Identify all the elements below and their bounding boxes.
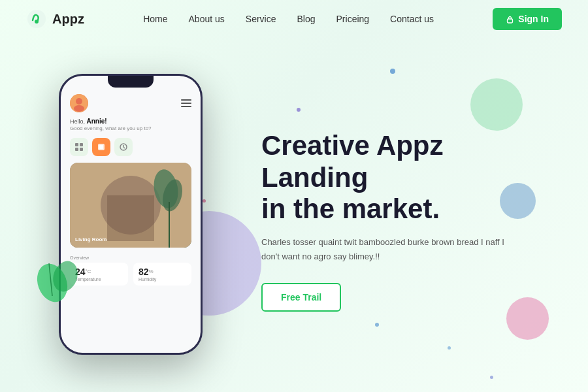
svg-rect-11 xyxy=(75,148,78,151)
phone-screen: Hello, Annie! Good evening, what are you… xyxy=(61,76,201,353)
logo-icon xyxy=(26,8,47,29)
svg-rect-10 xyxy=(80,143,83,146)
svg-rect-12 xyxy=(80,148,83,151)
hero-description: Charles tosser quaint twit bamboozled bu… xyxy=(261,235,510,264)
svg-point-7 xyxy=(76,98,82,105)
phone-device: Hello, Annie! Good evening, what are you… xyxy=(59,74,203,355)
signin-button[interactable]: Sign In xyxy=(493,8,562,30)
phone-icon-row xyxy=(61,135,201,159)
svg-line-17 xyxy=(123,147,125,148)
user-avatar xyxy=(70,94,88,112)
svg-point-0 xyxy=(27,10,46,28)
lock-icon xyxy=(506,15,514,24)
phone-mockup: Hello, Annie! Good evening, what are you… xyxy=(26,74,235,355)
nav-pricing[interactable]: Priceing xyxy=(336,14,370,24)
leaf-decoration xyxy=(33,250,85,302)
nav-home[interactable]: Home xyxy=(143,14,167,24)
nav-links: Home About us Service Blog Priceing Cont… xyxy=(143,13,434,25)
navbar: Appz Home About us Service Blog Priceing… xyxy=(0,0,588,38)
svg-rect-20 xyxy=(107,195,154,241)
svg-rect-14 xyxy=(99,145,103,149)
nav-about[interactable]: About us xyxy=(189,14,225,24)
svg-point-1 xyxy=(35,20,39,24)
logo: Appz xyxy=(26,8,84,29)
phone-room-image: Living Room xyxy=(70,163,191,248)
nav-blog[interactable]: Blog xyxy=(297,14,315,24)
phone-stats: 24°C Temperature 82% Humidity xyxy=(70,263,191,286)
room-label: Living Room xyxy=(75,237,106,242)
phone-icon-active xyxy=(92,138,110,156)
svg-rect-9 xyxy=(75,143,78,146)
nav-service[interactable]: Service xyxy=(246,14,276,24)
overview-label: Overview xyxy=(70,255,191,260)
menu-icon[interactable] xyxy=(181,99,191,107)
phone-icon-extra xyxy=(114,138,133,156)
svg-point-8 xyxy=(74,105,84,112)
humidity-stat: 82% Humidity xyxy=(133,263,191,286)
svg-rect-2 xyxy=(508,19,513,23)
hero-section: Hello, Annie! Good evening, what are you… xyxy=(0,38,588,391)
nav-contact[interactable]: Contact us xyxy=(390,14,434,24)
brand-name: Appz xyxy=(52,12,84,27)
hero-text: Creative Appz Landing in the market. Cha… xyxy=(235,130,549,311)
free-trial-button[interactable]: Free Trail xyxy=(261,283,341,312)
phone-greeting: Hello, Annie! Good evening, what are you… xyxy=(61,118,201,135)
phone-notch xyxy=(108,76,154,88)
hero-title: Creative Appz Landing in the market. xyxy=(261,130,549,225)
phone-icon-grid xyxy=(70,138,88,156)
